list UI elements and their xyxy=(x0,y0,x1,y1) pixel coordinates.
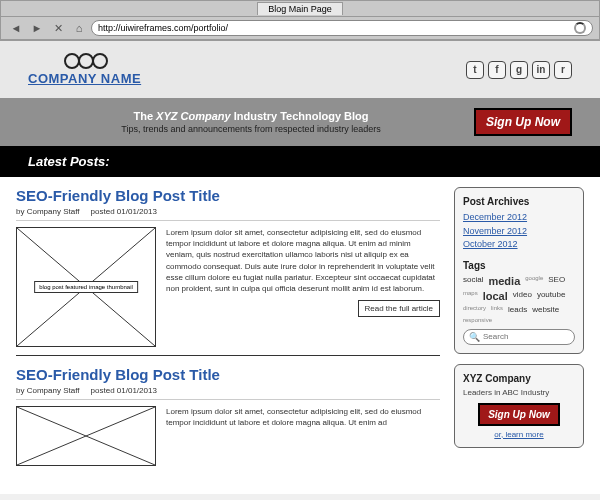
search-icon: 🔍 xyxy=(469,332,480,342)
tag[interactable]: links xyxy=(491,305,503,314)
hero-text: The XYZ Company Industry Technology Blog… xyxy=(28,110,474,134)
browser-tab[interactable]: Blog Main Page xyxy=(257,2,343,15)
archives-widget: Post Archives December 2012 November 201… xyxy=(454,187,584,354)
tag[interactable]: directory xyxy=(463,305,486,314)
tag[interactable]: SEO xyxy=(548,275,565,287)
widget-title: Post Archives xyxy=(463,196,575,207)
signup-button[interactable]: Sign Up Now xyxy=(474,108,572,136)
post-excerpt: Lorem ipsum dolor sit amet, consectetur … xyxy=(166,406,440,466)
search-box[interactable]: 🔍 xyxy=(463,329,575,345)
social-links: t f g in r xyxy=(466,61,572,79)
archive-link[interactable]: November 2012 xyxy=(463,225,575,239)
hero-subtitle: Tips, trends and announcements from resp… xyxy=(28,124,474,134)
cta-widget: XYZ Company Leaders in ABC Industry Sign… xyxy=(454,364,584,448)
tag[interactable]: media xyxy=(488,275,520,287)
learn-more-link[interactable]: or, learn more xyxy=(463,430,575,439)
post-meta: by Company Staff posted 01/01/2013 xyxy=(16,207,440,221)
tag-cloud: socialmediagoogleSEOmapslocalvideoyoutub… xyxy=(463,275,575,323)
cta-subtitle: Leaders in ABC Industry xyxy=(463,388,575,397)
search-input[interactable] xyxy=(483,332,569,341)
company-name: COMPANY NAME xyxy=(28,71,141,86)
hero-banner: The XYZ Company Industry Technology Blog… xyxy=(0,98,600,146)
hero-title: The XYZ Company Industry Technology Blog xyxy=(28,110,474,122)
linkedin-icon[interactable]: in xyxy=(532,61,550,79)
forward-button[interactable]: ► xyxy=(28,20,46,36)
blog-post: SEO-Friendly Blog Post Title by Company … xyxy=(16,366,440,474)
tag[interactable]: local xyxy=(483,290,508,302)
site-header: COMPANY NAME t f g in r xyxy=(0,41,600,98)
google-icon[interactable]: g xyxy=(510,61,528,79)
post-thumbnail[interactable]: blog post featured image thumbnail xyxy=(16,227,156,347)
cta-title: XYZ Company xyxy=(463,373,575,384)
twitter-icon[interactable]: t xyxy=(466,61,484,79)
tag[interactable]: google xyxy=(525,275,543,287)
posts-column: SEO-Friendly Blog Post Title by Company … xyxy=(16,187,440,484)
tag[interactable]: video xyxy=(513,290,532,302)
address-bar[interactable]: http://uiwireframes.com/portfolio/ xyxy=(91,20,593,36)
home-button[interactable]: ⌂ xyxy=(70,20,88,36)
stop-button[interactable]: ✕ xyxy=(49,20,67,36)
facebook-icon[interactable]: f xyxy=(488,61,506,79)
url-text: http://uiwireframes.com/portfolio/ xyxy=(98,23,574,33)
blog-post: SEO-Friendly Blog Post Title by Company … xyxy=(16,187,440,356)
page-content: COMPANY NAME t f g in r The XYZ Company … xyxy=(0,41,600,494)
archive-link[interactable]: October 2012 xyxy=(463,238,575,252)
rss-icon[interactable]: r xyxy=(554,61,572,79)
tag[interactable]: social xyxy=(463,275,483,287)
loading-spinner-icon xyxy=(574,22,586,34)
tag[interactable]: leads xyxy=(508,305,527,314)
tag[interactable]: responsive xyxy=(463,317,492,323)
post-meta: by Company Staff posted 01/01/2013 xyxy=(16,386,440,400)
sidebar: Post Archives December 2012 November 201… xyxy=(454,187,584,484)
cta-signup-button[interactable]: Sign Up Now xyxy=(478,403,560,426)
tag[interactable]: youtube xyxy=(537,290,565,302)
tag[interactable]: website xyxy=(532,305,559,314)
thumbnail-label: blog post featured image thumbnail xyxy=(34,281,138,293)
section-header: Latest Posts: xyxy=(0,146,600,177)
back-button[interactable]: ◄ xyxy=(7,20,25,36)
tag[interactable]: maps xyxy=(463,290,478,302)
post-title[interactable]: SEO-Friendly Blog Post Title xyxy=(16,366,440,383)
archive-link[interactable]: December 2012 xyxy=(463,211,575,225)
post-thumbnail[interactable] xyxy=(16,406,156,466)
post-excerpt: Lorem ipsum dolor sit amet, consectetur … xyxy=(166,227,440,347)
read-more-button[interactable]: Read the full article xyxy=(358,300,440,317)
nav-bar: ◄ ► ✕ ⌂ http://uiwireframes.com/portfoli… xyxy=(1,17,599,40)
browser-chrome: Blog Main Page ◄ ► ✕ ⌂ http://uiwirefram… xyxy=(0,0,600,41)
main-content: SEO-Friendly Blog Post Title by Company … xyxy=(0,177,600,494)
logo[interactable]: COMPANY NAME xyxy=(28,53,141,86)
widget-title: Tags xyxy=(463,260,575,271)
tab-bar: Blog Main Page xyxy=(1,1,599,17)
post-title[interactable]: SEO-Friendly Blog Post Title xyxy=(16,187,440,204)
logo-icon xyxy=(28,53,141,69)
